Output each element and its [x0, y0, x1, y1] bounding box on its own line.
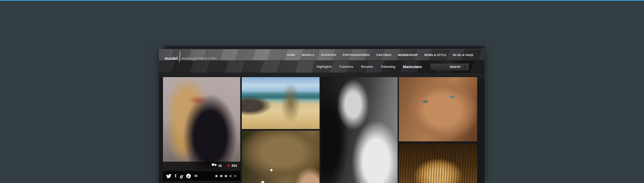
- model-silhouette-icon: [178, 51, 181, 63]
- email-icon[interactable]: ✉: [194, 173, 198, 178]
- nav-item-models[interactable]: MODELS: [302, 53, 314, 57]
- nav-item-membership[interactable]: MEMBERSHIP: [398, 53, 418, 57]
- nav-item-agencies[interactable]: AGENCIES: [321, 53, 336, 57]
- social-rating-bar: f g p ✉ ★ ★ ★ ★ ★: [163, 171, 240, 181]
- twitter-icon[interactable]: [166, 174, 171, 178]
- search-dropdown-icon[interactable]: ▼: [463, 65, 467, 69]
- pinterest-icon[interactable]: p: [186, 174, 191, 178]
- search-input[interactable]: Search ▼: [430, 63, 469, 71]
- google-icon[interactable]: g: [180, 173, 183, 179]
- nav-item-photographers[interactable]: PHOTOGRAPHERS: [343, 53, 370, 57]
- photo-stats-bar: 18 ♥ 254: [163, 162, 240, 170]
- subnav-item-following[interactable]: Following: [381, 65, 395, 69]
- site-page: model management.com HOME MODELS AGENCIE…: [159, 46, 485, 183]
- username-link[interactable]: Marieclaire: [403, 65, 422, 69]
- heart-icon[interactable]: ♥: [227, 163, 230, 168]
- subnav-item-favoritos[interactable]: Favoritos: [339, 65, 353, 69]
- subnav-item-highlights[interactable]: Highlights: [316, 65, 332, 69]
- rating-star[interactable]: ★: [214, 174, 218, 178]
- like-stat[interactable]: ♥ 254: [227, 163, 237, 168]
- desktop-background: model management.com HOME MODELS AGENCIE…: [0, 0, 644, 183]
- rating-star[interactable]: ★: [224, 174, 228, 178]
- main-nav: HOME MODELS AGENCIES PHOTOGRAPHERS CASTI…: [287, 53, 485, 57]
- top-accent-border: [0, 0, 644, 1]
- comment-count: 18: [218, 164, 222, 168]
- facebook-icon[interactable]: f: [175, 173, 176, 179]
- nav-item-home[interactable]: HOME: [287, 53, 295, 57]
- subnav-item-recents[interactable]: Recents: [361, 65, 373, 69]
- rating-star[interactable]: ★: [229, 174, 232, 178]
- gallery-photo-bronze-hair[interactable]: [399, 143, 477, 183]
- gallery-photo-studio-blonde[interactable]: 18 ♥ 254: [163, 77, 240, 170]
- nav-item-news-style[interactable]: NEWS & STYLE: [424, 53, 446, 57]
- user-subnav: Highlights Favoritos Recents Following M…: [159, 61, 485, 73]
- comments-icon: [212, 163, 217, 168]
- nav-item-castings[interactable]: CASTINGS: [376, 53, 391, 57]
- logo-text-domain: management.com: [182, 56, 217, 61]
- site-logo[interactable]: model management.com: [159, 49, 217, 61]
- photo-gallery: 18 ♥ 254 f g: [159, 73, 485, 183]
- gallery-photo-pearl-hair[interactable]: [242, 131, 320, 183]
- site-header: model management.com HOME MODELS AGENCIE…: [159, 49, 485, 61]
- page-top-strip: [164, 46, 485, 49]
- like-count: 254: [231, 164, 237, 168]
- gallery-photo-beach[interactable]: [242, 77, 320, 129]
- search-label: Search: [450, 65, 460, 69]
- logo-text-bold: model: [165, 56, 178, 61]
- rating-stars: ★ ★ ★ ★ ★: [214, 174, 237, 178]
- rating-star[interactable]: ★: [219, 174, 223, 178]
- comment-stat[interactable]: 18: [212, 163, 222, 168]
- gallery-photo-face-closeup[interactable]: [399, 77, 477, 141]
- rating-star[interactable]: ★: [234, 174, 237, 178]
- gallery-photo-bw-portrait[interactable]: [321, 77, 398, 183]
- nav-item-blog-faqs[interactable]: BLOG & FAQS: [453, 53, 473, 57]
